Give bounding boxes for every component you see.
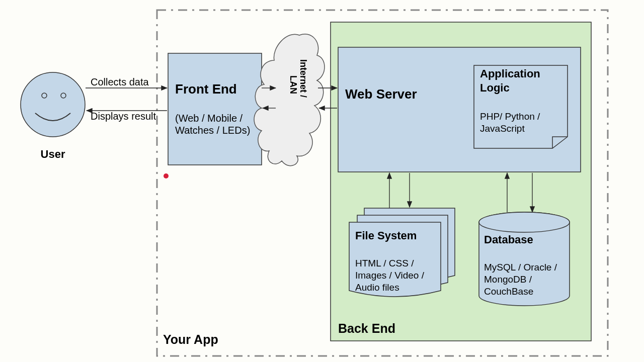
filesystem-body2: Images / Video / — [355, 270, 425, 281]
frontend-box — [168, 53, 262, 165]
database-body3: CouchBase — [484, 286, 533, 297]
user-label: User — [41, 148, 65, 160]
frontend-sub1: (Web / Mobile / — [175, 113, 243, 124]
your-app-label: Your App — [163, 332, 218, 346]
database-body1: MySQL / Oracle / — [484, 262, 557, 273]
database-title: Database — [484, 233, 533, 246]
filesystem-body1: HTML / CSS / — [355, 258, 414, 268]
backend-label: Back End — [338, 321, 395, 335]
webserver-title: Web Server — [345, 86, 417, 102]
frontend-sub2: Watches / LEDs) — [175, 125, 250, 136]
architecture-diagram: Your App Back End User Collects data Dis… — [0, 0, 644, 362]
applogic-body1: PHP/ Python / — [480, 111, 540, 122]
database-body2: MongoDB / — [484, 274, 532, 285]
filesystem-body3: Audio files — [355, 282, 399, 293]
applogic-title2: Logic — [480, 81, 510, 94]
cloud-icon — [254, 34, 325, 166]
cloud-label-1: Internet / — [298, 59, 308, 98]
frontend-title: Front End — [175, 81, 237, 97]
applogic-body2: JavaScript — [480, 123, 525, 134]
red-dot-icon — [164, 173, 169, 178]
arrow-displays-label: Displays result — [91, 111, 156, 122]
svg-point-3 — [479, 212, 570, 232]
cloud-label-2: LAN — [288, 75, 298, 94]
svg-point-0 — [21, 72, 85, 137]
applogic-title1: Application — [480, 67, 540, 80]
arrow-collects-label: Collects data — [91, 76, 149, 87]
filesystem-title: File System — [355, 229, 417, 242]
user-icon — [21, 72, 85, 137]
